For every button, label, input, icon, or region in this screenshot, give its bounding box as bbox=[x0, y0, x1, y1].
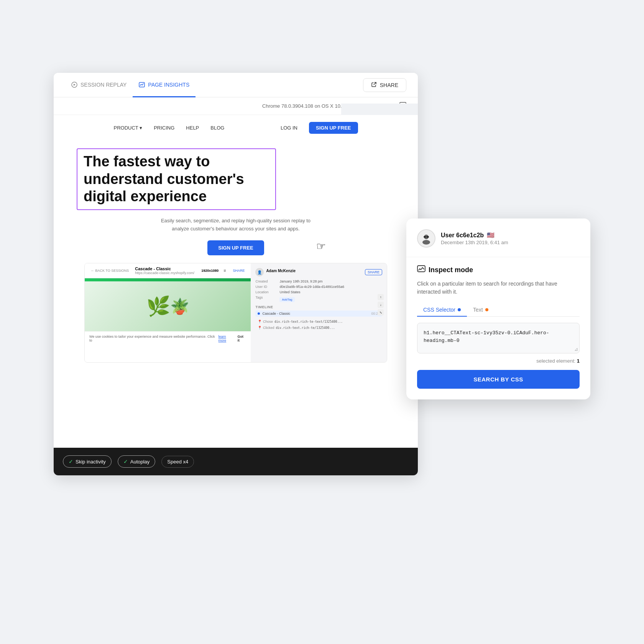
user-date: December 13th 2019, 6:41 am bbox=[441, 240, 508, 245]
inner-share-link[interactable]: SHARE bbox=[233, 269, 245, 273]
page-insights-label: PAGE INSIGHTS bbox=[148, 82, 189, 88]
tab-page-insights[interactable]: PAGE INSIGHTS bbox=[133, 73, 196, 97]
hero-title-highlight: The fastest way to understand customer's… bbox=[77, 148, 276, 210]
hero-subtitle: Easily search, segmentize, and replay hi… bbox=[159, 217, 312, 233]
inner-monitor-icon: 🖥 bbox=[223, 269, 227, 273]
inner-timeline-name-1: Cascade - Classic bbox=[262, 312, 290, 315]
website-preview: PRODUCT ▾ PRICING HELP BLOG LOG IN SIGN … bbox=[54, 115, 418, 382]
nav-pricing[interactable]: PRICING bbox=[154, 125, 174, 131]
user-flag: 🇺🇸 bbox=[487, 232, 495, 239]
nav-help[interactable]: HELP bbox=[186, 125, 199, 131]
user-info-row: User 6c6e1c2b 🇺🇸 December 13th 2019, 6:4… bbox=[417, 229, 580, 248]
inner-back-btn[interactable]: ← BACK TO SESSIONS bbox=[91, 269, 129, 273]
inner-nav-up[interactable]: ↑ bbox=[378, 294, 384, 300]
user-name-row: User 6c6e1c2b 🇺🇸 bbox=[441, 232, 508, 239]
hero-cta-button[interactable]: SIGN UP FREE bbox=[207, 240, 264, 255]
cookie-learn-more[interactable]: learn more bbox=[219, 335, 235, 342]
autoplay-label: Autoplay bbox=[130, 459, 150, 465]
css-input-wrapper: h1.hero__CTAText-sc-1vy35zv-0.iCAduF.her… bbox=[417, 323, 580, 353]
inner-session-share[interactable]: SHARE bbox=[365, 269, 382, 275]
inner-tags-row: Tags AddTag bbox=[255, 296, 382, 302]
inner-tags-list: AddTag bbox=[279, 297, 294, 302]
inner-resolution: 1920x1080 bbox=[201, 269, 219, 273]
inner-timeline-item-1[interactable]: Cascade - Classic 00:27 bbox=[255, 310, 382, 317]
inspect-mode-title: Inspect mode bbox=[417, 265, 580, 275]
inner-nav-resize[interactable]: ⤡ bbox=[378, 309, 384, 315]
speed-btn[interactable]: Speed x4 bbox=[161, 456, 194, 468]
skip-inactivity-check: ✓ bbox=[69, 458, 73, 465]
inner-title: Cascade - Classic bbox=[135, 266, 194, 271]
inner-tags-label: Tags bbox=[255, 296, 276, 302]
user-id: User 6c6e1c2b bbox=[441, 232, 484, 239]
speed-label: Speed x4 bbox=[167, 459, 188, 465]
inner-created-label: Created bbox=[255, 279, 276, 283]
selected-count: selected element: 1 bbox=[417, 358, 580, 364]
main-container: SESSION REPLAY PAGE INSIGHTS bbox=[54, 73, 590, 571]
inner-action-val-1: div.rich-text.rich-te-text/1325400... bbox=[274, 320, 343, 324]
inner-timeline-dot-1 bbox=[258, 312, 260, 315]
inner-action-click-1: 📍 Chose div.rich-text.rich-te-text/13254… bbox=[255, 319, 382, 324]
nav-signup[interactable]: SIGN UP FREE bbox=[309, 122, 358, 134]
inner-action-type-1: 📍 Chose bbox=[258, 320, 273, 324]
resize-handle[interactable]: ⊿ bbox=[574, 347, 578, 352]
css-selector-dot bbox=[458, 308, 461, 311]
nav-product[interactable]: PRODUCT ▾ bbox=[114, 125, 143, 131]
inner-user-row: 👤 Adam McKenzie SHARE bbox=[255, 268, 382, 276]
site-navigation: PRODUCT ▾ PRICING HELP BLOG LOG IN SIGN … bbox=[54, 115, 418, 141]
cookie-got-it-btn[interactable]: Got it bbox=[238, 335, 246, 342]
autoplay-check: ✓ bbox=[123, 458, 128, 465]
inner-product-image: 🌿 🪴 bbox=[85, 281, 251, 331]
cookie-bar: We use cookies to tailor your experience… bbox=[85, 331, 251, 345]
inner-timeline-label: TIMELINE bbox=[255, 305, 382, 309]
inner-url: https://cascade-classic.myshopify.com/ bbox=[135, 271, 194, 275]
search-by-css-button[interactable]: SEARCH BY CSS bbox=[417, 370, 580, 389]
inspect-description: Click on a particular item to search for… bbox=[417, 280, 580, 296]
inspect-tab-text-label: Text bbox=[473, 307, 483, 313]
inspect-tab-css[interactable]: CSS Selector bbox=[417, 304, 467, 317]
skip-inactivity-label: Skip inactivity bbox=[76, 459, 106, 465]
inner-right-panel: 👤 Adam McKenzie SHARE Created January 19… bbox=[251, 263, 387, 362]
inspect-tabs: CSS Selector Text bbox=[417, 304, 580, 317]
share-button[interactable]: SHARE bbox=[363, 78, 406, 92]
inner-side-nav: ↑ ↓ ⤡ bbox=[378, 294, 384, 315]
tab-bar: SESSION REPLAY PAGE INSIGHTS bbox=[54, 73, 418, 97]
playback-bar: ✓ Skip inactivity ✓ Autoplay Speed x4 bbox=[54, 448, 418, 475]
inner-created-row: Created January 19th 2019, 9:28 pm bbox=[255, 279, 382, 283]
cookie-text: We use cookies to tailor your experience… bbox=[89, 335, 215, 342]
inner-user-avatar: 👤 bbox=[255, 268, 264, 276]
tab-session-replay[interactable]: SESSION REPLAY bbox=[65, 73, 133, 97]
nav-blog[interactable]: BLOG bbox=[210, 125, 224, 131]
skip-inactivity-btn[interactable]: ✓ Skip inactivity bbox=[63, 455, 112, 468]
inspect-tab-text[interactable]: Text bbox=[467, 304, 495, 317]
inner-user-name: Adam McKenzie bbox=[266, 269, 296, 273]
user-details: User 6c6e1c2b 🇺🇸 December 13th 2019, 6:4… bbox=[441, 232, 508, 245]
inner-location-label: Location bbox=[255, 290, 276, 294]
inner-action-type-2: 📍 Clicked bbox=[258, 326, 274, 330]
inner-progress-bar bbox=[85, 278, 251, 281]
inner-action-click-2: 📍 Clicked div.rich-text.rich-te/1325400.… bbox=[255, 325, 382, 330]
user-avatar bbox=[417, 229, 435, 248]
inner-tag-item[interactable]: AddTag bbox=[279, 297, 294, 302]
inner-nav: ← BACK TO SESSIONS Cascade - Classic htt… bbox=[85, 263, 251, 278]
inspect-panel: User 6c6e1c2b 🇺🇸 December 13th 2019, 6:4… bbox=[406, 219, 590, 399]
session-replay-icon bbox=[71, 82, 77, 88]
inner-screenshot: ← BACK TO SESSIONS Cascade - Classic htt… bbox=[84, 263, 387, 363]
inspect-divider bbox=[406, 257, 590, 257]
inner-nav-down[interactable]: ↓ bbox=[378, 302, 384, 308]
page-insights-icon bbox=[139, 82, 145, 88]
css-input-area[interactable]: h1.hero__CTAText-sc-1vy35zv-0.iCAduF.her… bbox=[417, 323, 580, 353]
hero-section: The fastest way to understand customer's… bbox=[54, 141, 418, 382]
svg-rect-5 bbox=[424, 236, 426, 238]
inner-userid-row: User ID d0e1ba9b-9f1a-4c29-1dda-d14891ce… bbox=[255, 285, 382, 289]
inner-action-rows: 📍 Chose div.rich-text.rich-te-text/13254… bbox=[255, 319, 382, 330]
text-dot bbox=[485, 308, 488, 311]
svg-rect-6 bbox=[427, 236, 429, 238]
autoplay-btn[interactable]: ✓ Autoplay bbox=[118, 455, 156, 468]
inspect-mode-label: Inspect mode bbox=[429, 266, 473, 274]
nav-login[interactable]: LOG IN bbox=[281, 125, 297, 131]
css-selector-value: h1.hero__CTAText-sc-1vy35zv-0.iCAduF.her… bbox=[424, 330, 549, 344]
hero-title: The fastest way to understand customer's… bbox=[84, 153, 269, 205]
inner-action-val-2: div.rich-text.rich-te/1325400... bbox=[276, 326, 335, 330]
session-replay-label: SESSION REPLAY bbox=[80, 82, 127, 88]
app-window: SESSION REPLAY PAGE INSIGHTS bbox=[54, 73, 418, 475]
